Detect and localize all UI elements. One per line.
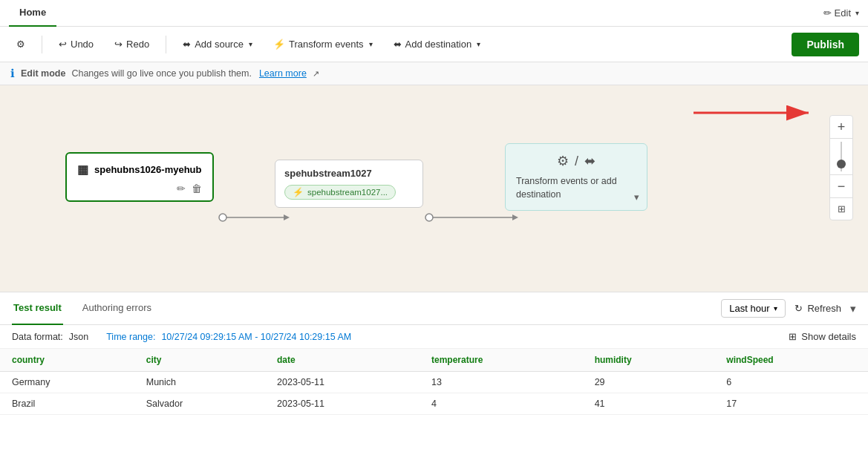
tab-test-result[interactable]: Test result <box>12 292 63 325</box>
add-dest-chevron: ▾ <box>477 40 480 48</box>
edit-label: Edit <box>835 7 851 19</box>
toolbar-separator <box>42 36 42 53</box>
svg-marker-2 <box>284 214 290 220</box>
cell-date: 2023-05-11 <box>265 393 420 415</box>
tab-test-result-label: Test result <box>13 302 62 313</box>
redo-icon: ↪ <box>114 39 123 50</box>
bottom-tab-actions: Last hour ▾ ↻ Refresh ▾ <box>721 299 856 318</box>
source-node-title: ▦ spehubns1026-myehub <box>77 163 202 177</box>
stream-badge: ⚡ spehubstream1027... <box>284 185 396 200</box>
stream-badge-icon: ⚡ <box>293 187 304 197</box>
tab-bar: Home ✏ Edit ▾ <box>0 0 868 27</box>
data-format-value: Json <box>69 332 88 342</box>
toolbar-separator-2 <box>166 36 166 53</box>
publish-arrow <box>679 94 827 131</box>
table-row: BrazilSalvador2023-05-1144117 <box>0 393 868 415</box>
zoom-out-button[interactable]: − <box>830 175 852 197</box>
col-windspeed: windSpeed <box>714 349 868 372</box>
redo-label: Redo <box>126 39 149 50</box>
zoom-fit-button[interactable]: ⊞ <box>830 197 852 220</box>
add-source-chevron: ▾ <box>249 40 252 48</box>
pencil-icon: ✏ <box>823 7 832 19</box>
source-node-icon: ▦ <box>77 163 88 177</box>
time-range-chevron: ▾ <box>774 304 777 312</box>
show-details-button[interactable]: ⊞ Show details <box>789 331 856 342</box>
add-destination-label: Add destination <box>405 39 472 50</box>
cell-city: Salvador <box>134 393 265 415</box>
settings-icon: ⚙ <box>16 39 25 50</box>
add-destination-button[interactable]: ⬌ Add destination ▾ <box>386 34 489 54</box>
source-node[interactable]: ▦ spehubns1026-myehub ✏ 🗑 <box>65 152 214 202</box>
add-dest-icon: ⬌ <box>394 39 402 50</box>
svg-point-3 <box>425 214 433 221</box>
export-icon: ⬌ <box>584 153 595 169</box>
settings-button[interactable]: ⚙ <box>9 34 33 54</box>
stream-node[interactable]: spehubstream1027 ⚡ spehubstream1027... <box>275 160 423 208</box>
time-range-value: Last hour <box>729 303 769 314</box>
info-message: Changes will go live once you publish th… <box>71 68 252 79</box>
cell-humidity: 41 <box>583 393 715 415</box>
undo-button[interactable]: ↩ Undo <box>51 34 101 54</box>
expand-button[interactable]: ▾ <box>850 302 856 315</box>
data-info-row: Data format: Json Time range: 10/27/24 0… <box>0 325 868 349</box>
time-range-select[interactable]: Last hour ▾ <box>721 299 786 318</box>
cell-date: 2023-05-11 <box>265 372 420 393</box>
toolbar: ⚙ ↩ Undo ↪ Redo ⬌ Add source ▾ ⚡ Transfo… <box>0 27 868 62</box>
external-link-icon: ↗ <box>313 69 319 79</box>
data-table-container: country city date temperature humidity w… <box>0 349 868 415</box>
undo-label: Undo <box>71 39 94 50</box>
add-source-label: Add source <box>195 39 244 50</box>
data-table: country city date temperature humidity w… <box>0 349 868 415</box>
chevron-down-icon: ▾ <box>855 9 859 17</box>
zoom-in-button[interactable]: + <box>830 116 852 138</box>
cell-windSpeed: 6 <box>714 372 868 393</box>
cell-temperature: 13 <box>420 372 583 393</box>
edit-source-icon[interactable]: ✏ <box>177 183 186 194</box>
zoom-thumb[interactable] <box>837 160 846 168</box>
publish-label: Publish <box>806 39 844 50</box>
canvas: ▦ spehubns1026-myehub ✏ 🗑 spehubstream10… <box>0 85 868 292</box>
source-node-actions: ✏ 🗑 <box>77 183 202 194</box>
table-body: GermanyMunich2023-05-1113296BrazilSalvad… <box>0 372 868 415</box>
redo-button[interactable]: ↪ Redo <box>107 34 157 54</box>
learn-more-link[interactable]: Learn more <box>259 68 307 79</box>
delete-source-icon[interactable]: 🗑 <box>192 183 202 194</box>
col-date: date <box>265 349 420 372</box>
show-details-label: Show details <box>801 331 856 342</box>
time-range-label: Time range: <box>106 332 155 342</box>
transform-label: Transform events <box>289 39 364 50</box>
destination-node-text: Transform events or add destination <box>516 175 636 201</box>
zoom-slider[interactable] <box>841 142 842 171</box>
bottom-panel: Test result Authoring errors Last hour ▾… <box>0 292 868 415</box>
tab-authoring-errors-label: Authoring errors <box>82 302 151 313</box>
col-temperature: temperature <box>420 349 583 372</box>
source-node-label: spehubns1026-myehub <box>94 164 202 175</box>
undo-icon: ↩ <box>59 39 67 50</box>
edit-button[interactable]: ✏ Edit ▾ <box>823 7 859 19</box>
edit-mode-label: Edit mode <box>21 68 65 79</box>
svg-marker-5 <box>512 214 518 220</box>
transform-chevron: ▾ <box>369 40 373 48</box>
cell-temperature: 4 <box>420 393 583 415</box>
info-icon: ℹ <box>10 67 15 80</box>
tab-home-label: Home <box>19 7 46 18</box>
destination-node[interactable]: ⚙ / ⬌ Transform events or add destinatio… <box>505 143 647 211</box>
stream-node-title: spehubstream1027 <box>284 168 414 179</box>
zoom-separator <box>830 138 852 139</box>
data-format-label: Data format: <box>12 332 63 342</box>
col-country: country <box>0 349 134 372</box>
bottom-tabs: Test result Authoring errors Last hour ▾… <box>0 292 868 325</box>
transform-events-button[interactable]: ⚡ Transform events ▾ <box>266 34 380 54</box>
info-bar: ℹ Edit mode Changes will go live once yo… <box>0 62 868 85</box>
cell-country: Brazil <box>0 393 134 415</box>
tab-home[interactable]: Home <box>9 0 56 27</box>
table-header: country city date temperature humidity w… <box>0 349 868 372</box>
add-source-button[interactable]: ⬌ Add source ▾ <box>175 34 260 54</box>
show-details-icon: ⊞ <box>789 331 797 342</box>
svg-point-0 <box>219 214 226 221</box>
refresh-button[interactable]: ↻ Refresh <box>794 303 841 314</box>
refresh-label: Refresh <box>807 303 841 314</box>
dest-chevron-icon[interactable]: ▾ <box>634 191 639 203</box>
publish-button[interactable]: Publish <box>792 33 859 56</box>
tab-authoring-errors[interactable]: Authoring errors <box>81 292 153 325</box>
